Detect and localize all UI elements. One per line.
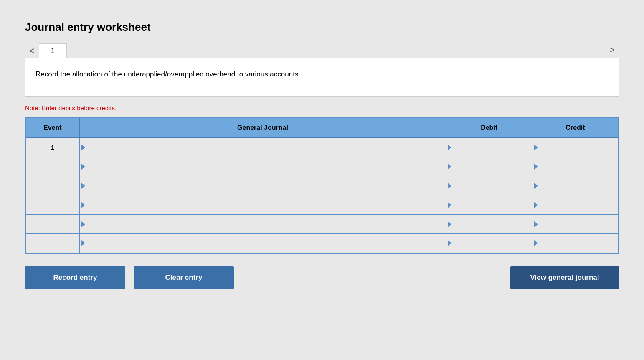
event-cell [25,234,79,253]
buttons-row: Record entry Clear entry View general jo… [25,266,619,289]
cell-indicator-icon [81,164,85,170]
debit-input[interactable] [453,138,530,157]
general-journal-cell[interactable] [79,176,446,195]
event-cell [25,176,79,195]
general-journal-input[interactable] [87,138,444,157]
debit-input[interactable] [453,195,530,214]
credit-cell[interactable] [532,215,619,234]
general-journal-cell[interactable] [79,157,446,176]
page-container: Journal entry worksheet < 1 > Record the… [8,8,636,360]
credit-cell[interactable] [532,234,619,253]
worksheet-box: Record the allocation of the underapplie… [25,58,619,97]
nav-right-arrow[interactable]: > [605,42,619,58]
debit-input[interactable] [453,157,530,176]
debit-cell[interactable] [446,234,532,253]
general-journal-cell[interactable] [79,234,446,253]
debit-input[interactable] [453,176,530,195]
general-journal-input[interactable] [87,215,444,233]
table-row: 1 [25,138,619,157]
credit-cell[interactable] [532,138,619,157]
table-row [25,195,619,215]
cell-indicator-icon [81,240,85,246]
debit-cell[interactable] [446,176,532,195]
debit-cell[interactable] [446,195,532,215]
credit-cell[interactable] [532,176,619,195]
general-journal-input[interactable] [87,234,444,253]
credit-cell[interactable] [532,195,619,215]
cell-indicator-icon [534,221,538,227]
credit-input[interactable] [540,195,616,214]
credit-input[interactable] [540,215,616,233]
credit-input[interactable] [540,176,616,195]
general-journal-input[interactable] [87,157,444,176]
nav-right: > [605,42,619,58]
nav-left: < 1 [25,43,67,58]
table-row [25,176,619,195]
event-cell [25,157,79,176]
journal-table: Event General Journal Debit Credit 1 [25,117,619,254]
cell-indicator-icon [81,145,85,150]
general-journal-input[interactable] [87,176,444,195]
event-cell [25,215,79,234]
cell-indicator-icon [81,183,85,189]
cell-indicator-icon [448,202,451,208]
header-event: Event [25,118,79,138]
credit-cell[interactable] [532,157,619,176]
view-general-journal-button[interactable]: View general journal [510,266,619,289]
header-credit: Credit [532,118,619,138]
table-row [25,234,619,253]
header-general-journal: General Journal [79,118,446,138]
cell-indicator-icon [534,240,538,246]
nav-tabs-row: < 1 > [25,42,619,58]
credit-input[interactable] [540,138,616,157]
cell-indicator-icon [534,183,538,189]
nav-left-arrow[interactable]: < [25,44,39,58]
clear-entry-button[interactable]: Clear entry [134,266,234,289]
debit-cell[interactable] [446,138,532,157]
cell-indicator-icon [81,221,85,227]
debit-input[interactable] [453,215,530,233]
general-journal-input[interactable] [87,195,444,214]
table-row [25,157,619,176]
debit-cell[interactable] [446,215,532,234]
debit-input[interactable] [453,234,530,253]
credit-input[interactable] [540,157,616,176]
cell-indicator-icon [534,145,538,150]
cell-indicator-icon [448,240,451,246]
cell-indicator-icon [448,164,451,170]
cell-indicator-icon [448,221,451,227]
note-text: Note: Enter debits before credits. [25,104,619,112]
record-entry-button[interactable]: Record entry [25,266,125,289]
general-journal-cell[interactable] [79,195,446,215]
event-cell [25,195,79,215]
debit-cell[interactable] [446,157,532,176]
event-cell: 1 [25,138,79,157]
worksheet-description: Record the allocation of the underapplie… [35,68,609,80]
credit-input[interactable] [540,234,616,253]
cell-indicator-icon [448,145,451,150]
header-debit: Debit [446,118,532,138]
cell-indicator-icon [448,183,451,189]
general-journal-cell[interactable] [79,215,446,234]
cell-indicator-icon [534,202,538,208]
cell-indicator-icon [534,164,538,170]
active-tab[interactable]: 1 [39,43,67,58]
general-journal-cell[interactable] [79,138,446,157]
table-row [25,215,619,234]
page-title: Journal entry worksheet [25,21,619,34]
cell-indicator-icon [81,202,85,208]
